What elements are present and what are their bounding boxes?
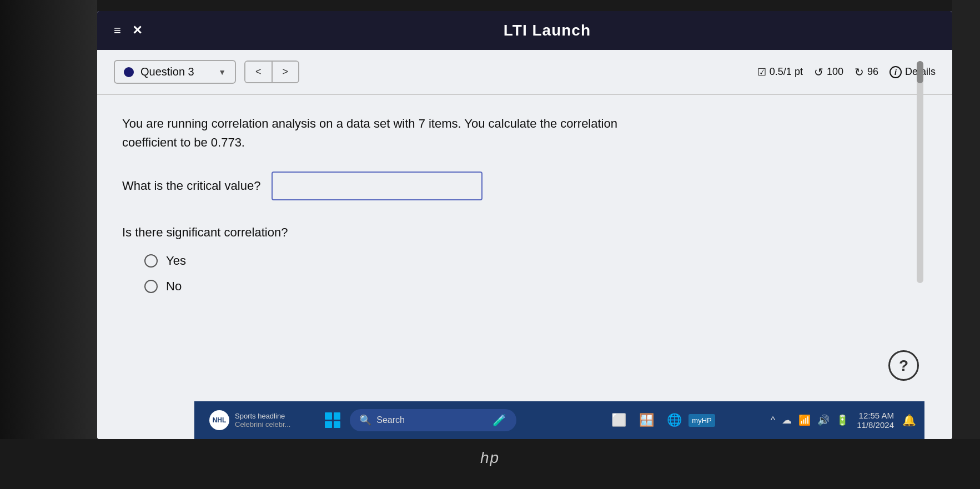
critical-value-row: What is the critical value? xyxy=(122,172,927,200)
notification-icon[interactable]: 🔔 xyxy=(902,414,916,427)
taskbar-right: ^ ☁ 📶 🔊 🔋 12:55 AM 11/8/2024 🔔 xyxy=(771,411,916,430)
help-button[interactable]: ? xyxy=(888,350,919,381)
next-button[interactable]: > xyxy=(273,62,299,82)
win-sq-3 xyxy=(325,421,332,428)
yes-option[interactable]: Yes xyxy=(144,254,927,268)
win-sq-1 xyxy=(325,412,332,420)
system-tray: ^ ☁ 📶 🔊 🔋 xyxy=(771,414,848,426)
start-button[interactable] xyxy=(321,409,344,432)
win-sq-4 xyxy=(334,421,341,428)
retries-display: ↻ 96 xyxy=(855,65,878,79)
cloud-icon[interactable]: ☁ xyxy=(782,414,792,426)
title-bar-controls: ≡ ✕ xyxy=(114,23,142,38)
clock-time: 12:55 AM xyxy=(859,411,894,420)
edge-icon: 🌐 xyxy=(667,413,682,427)
content-area: Question 3 ▼ < > ☑ 0.5/1 pt ↺ 100 ↻ 96 xyxy=(97,50,952,439)
copilot-button[interactable]: 🪟 xyxy=(635,409,658,432)
chevron-up-icon[interactable]: ^ xyxy=(771,415,775,426)
retries-value: 96 xyxy=(867,66,878,78)
scrollbar-thumb[interactable] xyxy=(917,61,923,83)
clock-date: 11/8/2024 xyxy=(857,420,894,430)
question-selector[interactable]: Question 3 ▼ xyxy=(114,60,236,84)
score-value: 0.5/1 pt xyxy=(770,66,803,78)
details-button[interactable]: i Details xyxy=(889,66,936,78)
wifi-icon[interactable]: 📶 xyxy=(798,414,811,426)
question-label: Question 3 xyxy=(140,65,194,78)
screen: ≡ ✕ LTI Launch Question 3 ▼ < > ☑ 0.5/1 … xyxy=(97,11,952,439)
yes-label: Yes xyxy=(166,254,186,268)
hamburger-icon[interactable]: ≡ xyxy=(114,23,121,38)
news-text: Sports headline Celebrini celebr... xyxy=(235,412,290,428)
copilot-icon: 🪟 xyxy=(639,413,654,427)
search-placeholder-text: Search xyxy=(376,415,405,425)
myhp-icon: myHP xyxy=(688,414,715,427)
news-sub: Celebrini celebr... xyxy=(235,420,290,428)
search-icon: 🔍 xyxy=(360,415,371,426)
nav-buttons: < > xyxy=(244,61,299,83)
taskbar-center: 🔍 Search 🧪 xyxy=(321,409,516,432)
app-title: LTI Launch xyxy=(159,22,936,39)
close-icon[interactable]: ✕ xyxy=(132,23,142,38)
critical-value-input[interactable] xyxy=(272,172,483,200)
question-meta: ☑ 0.5/1 pt ↺ 100 ↻ 96 i Details xyxy=(757,65,936,79)
task-view-icon: ⬜ xyxy=(611,413,626,427)
clock[interactable]: 12:55 AM 11/8/2024 xyxy=(857,411,894,430)
myhp-button[interactable]: myHP xyxy=(690,409,713,432)
question-dot xyxy=(124,67,134,77)
critical-value-label: What is the critical value? xyxy=(122,179,260,193)
win-sq-2 xyxy=(334,412,341,420)
radio-group: Yes No xyxy=(122,254,927,294)
dropdown-arrow-icon: ▼ xyxy=(218,68,226,77)
question-description: You are running correlation analysis on … xyxy=(122,114,622,152)
attempts-value: 100 xyxy=(827,66,843,78)
yes-radio[interactable] xyxy=(144,254,158,268)
taskbar-apps: ⬜ 🪟 🌐 myHP xyxy=(607,409,713,432)
question-content: You are running correlation analysis on … xyxy=(97,95,952,439)
news-headline: Sports headline xyxy=(235,412,290,420)
nhl-icon: NHL xyxy=(209,410,229,430)
score-display: ☑ 0.5/1 pt xyxy=(757,66,803,78)
significant-correlation-question: Is there significant correlation? xyxy=(122,225,927,240)
taskbar: NHL Sports headline Celebrini celebr... … xyxy=(194,401,924,439)
hp-logo: hp xyxy=(480,449,500,467)
windows-icon xyxy=(325,412,340,428)
no-label: No xyxy=(166,279,182,294)
question-bar: Question 3 ▼ < > ☑ 0.5/1 pt ↺ 100 ↻ 96 xyxy=(97,50,952,95)
volume-icon[interactable]: 🔊 xyxy=(817,414,830,426)
task-view-button[interactable]: ⬜ xyxy=(607,409,630,432)
lab-icon: 🧪 xyxy=(492,414,506,427)
attempts-display: ↺ 100 xyxy=(814,65,843,79)
history-icon: ↺ xyxy=(814,65,823,79)
prev-button[interactable]: < xyxy=(245,62,273,82)
no-option[interactable]: No xyxy=(144,279,927,294)
check-icon: ☑ xyxy=(757,66,766,78)
scrollbar[interactable] xyxy=(917,61,923,283)
title-bar: ≡ ✕ LTI Launch xyxy=(97,11,952,50)
battery-icon[interactable]: 🔋 xyxy=(836,414,848,426)
edge-button[interactable]: 🌐 xyxy=(662,409,686,432)
taskbar-news[interactable]: NHL Sports headline Celebrini celebr... xyxy=(203,407,297,433)
search-bar[interactable]: 🔍 Search 🧪 xyxy=(350,409,516,431)
no-radio[interactable] xyxy=(144,280,158,293)
retry-icon: ↻ xyxy=(855,65,864,79)
info-icon: i xyxy=(889,66,902,78)
